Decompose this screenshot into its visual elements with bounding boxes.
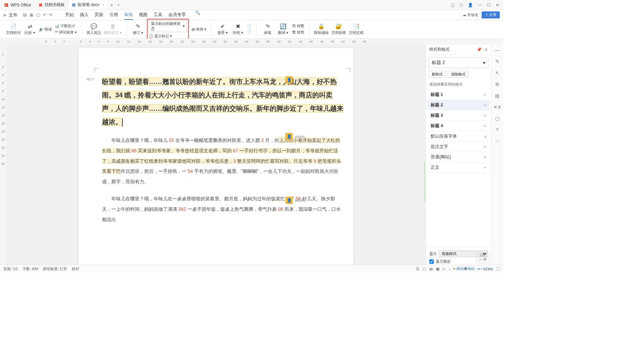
style-item-h1[interactable]: 标题 1↵ — [427, 90, 490, 100]
media-tool-icon[interactable]: ▢ — [495, 116, 499, 121]
track-changes-button[interactable]: ✎修订 ▾ — [131, 23, 144, 35]
undo-icon[interactable]: ↶ — [43, 13, 46, 17]
reject-button[interactable]: ✖拒绝 ▾ — [231, 23, 244, 35]
style-item-body[interactable]: 正文↵ — [427, 162, 490, 173]
comment-marker[interactable]: 👤 admin — [285, 76, 305, 84]
proofread-button[interactable]: 📄文档校对 — [6, 23, 21, 35]
avatar-icon[interactable]: 👤 — [468, 3, 473, 7]
comment-marker[interactable]: 👤 admin — [285, 197, 305, 204]
more-tool-icon[interactable]: ⋯ — [495, 139, 500, 144]
menu-start[interactable]: 开始 — [65, 10, 74, 20]
accept-button[interactable]: ✔接受 ▾ — [216, 23, 229, 35]
body-paragraph[interactable]: 年味儿在哪里？哦，年味儿在一桌桌香喷喷的菜肴里。腊月底，妈妈为过年的饭菜忙活了 … — [102, 194, 343, 225]
close-icon[interactable]: ✕ — [496, 3, 499, 7]
tab-templates[interactable]: 找稻壳模板 — [35, 0, 68, 10]
hamburger-icon[interactable]: ≡ — [3, 12, 6, 18]
status-proof[interactable]: 校对 — [72, 266, 79, 271]
menu-review[interactable]: 审阅 — [124, 10, 133, 20]
file-menu[interactable]: 文件 — [9, 12, 17, 18]
document-area[interactable]: H2 ⠿ 盼望着，盼望着……翘首以盼的新年近了。街市上车水马龙，人山人海，好不热… — [6, 45, 426, 269]
maximize-icon[interactable]: ☐ — [487, 3, 491, 7]
fullscreen-icon[interactable]: ⛶ — [496, 267, 500, 271]
view-mode-icon[interactable]: ▤ — [429, 267, 433, 271]
redo-icon[interactable]: ↷ — [49, 13, 52, 17]
minimize-icon[interactable]: — — [478, 3, 482, 7]
to-traditional-button[interactable]: 简 转繁 — [292, 23, 304, 29]
heading-paragraph[interactable]: 盼望着，盼望着……翘首以盼的新年近了。街市上车水马龙，人山人海，好不热闹。34 … — [102, 75, 343, 129]
delete-comment-button[interactable]: 🗑删除批注 ▾ — [104, 23, 122, 35]
menu-view[interactable]: 视图 — [139, 10, 148, 20]
view-mode-icon[interactable]: ☰ — [416, 267, 419, 271]
translate-button[interactable]: 🔄翻译 ▾ — [277, 23, 289, 35]
to-simplified-button[interactable]: 繁 转简 — [292, 30, 304, 35]
panel-prompt: 请选择要应用的格式 — [426, 81, 491, 88]
zoom-value[interactable]: 123% — [483, 267, 493, 271]
tab-overflow-icon[interactable]: ▾ — [118, 3, 119, 7]
layout-icon[interactable]: ▢ — [451, 3, 454, 7]
wordcount-button[interactable]: 📊 字数统计 — [55, 23, 77, 29]
zoom-slider[interactable] — [454, 268, 474, 269]
layers-tool-icon[interactable]: ▤ — [495, 93, 499, 98]
menu-member[interactable]: 会员专享 — [168, 10, 186, 20]
compare-button[interactable]: ⇄比较 ▾ — [23, 23, 36, 35]
page: H2 ⠿ 盼望着，盼望着……翘首以盼的新年近了。街市上车水马龙，人山人海，好不热… — [78, 48, 354, 265]
encrypt-button[interactable]: 🔐文档加密 — [331, 23, 346, 35]
vertical-ruler[interactable]: 22468101214161820222426 — [0, 45, 6, 269]
collapse-sidebar-icon[interactable]: — — [495, 47, 500, 53]
spellcheck-button[interactable]: ᴬᴮ 拼写检查 ▾ — [55, 30, 77, 35]
status-words[interactable]: 字数: 893 — [22, 266, 38, 271]
style-item-normal-web[interactable]: 普通(网站)↵ — [427, 152, 490, 162]
select-tool-icon[interactable]: ↖ — [495, 70, 499, 76]
pen-button[interactable]: ✎画笔 — [261, 23, 274, 35]
zoom-in-icon[interactable]: + — [478, 267, 480, 271]
clear-format-button[interactable]: 清除格式 — [448, 71, 469, 78]
insert-comment-button[interactable]: 💬插入批注 — [87, 23, 101, 35]
show-markup-button[interactable]: 📋 显示标记 ▾ — [149, 34, 187, 39]
prev-change-button[interactable]: 📄 — [247, 24, 252, 29]
read-button[interactable]: 🔊 朗读 — [39, 27, 52, 32]
style-item-h2[interactable]: 标题 2↵ — [427, 100, 490, 110]
preview-checkbox[interactable] — [429, 259, 434, 264]
style-item-h3[interactable]: 标题 3↵ — [427, 110, 490, 121]
status-page[interactable]: 页面: 1/2 — [3, 266, 18, 271]
zoom-out-icon[interactable]: − — [449, 267, 451, 271]
share-button[interactable]: ⇪ 分享 — [482, 11, 500, 18]
print-icon[interactable]: 🖶 — [30, 13, 34, 17]
style-item-comment-text[interactable]: 批注文字↵ — [427, 142, 490, 152]
settings-tool-icon[interactable]: ⚙ — [495, 82, 499, 87]
close-panel-icon[interactable]: ✕ — [484, 47, 488, 52]
status-spell[interactable]: 拼写检查: 打开 — [43, 266, 67, 271]
edit-tool-icon[interactable]: ✎ — [495, 59, 499, 64]
save-icon[interactable]: 🖫 — [23, 13, 27, 17]
restrict-edit-button[interactable]: 🔒限制编辑 — [314, 23, 329, 35]
review-pane-button[interactable]: ▤ 审阅 ▾ — [192, 27, 206, 32]
next-change-button[interactable]: 📄 — [247, 30, 252, 34]
view-mode-icon[interactable]: ▦ — [436, 267, 439, 271]
help-tool-icon[interactable]: ? — [496, 127, 499, 133]
menu-insert[interactable]: 插入 — [80, 10, 89, 20]
view-mode-icon[interactable]: ▢ — [423, 267, 426, 271]
tab-document[interactable]: W 盼望着.docx • — [68, 0, 108, 10]
toolbox-icon[interactable]: ✕✕ — [493, 104, 501, 110]
style-item-h4[interactable]: 标题 4↵ — [427, 121, 490, 131]
outline-level-handle[interactable]: H2 ⠿ — [87, 78, 95, 81]
style-item-default-font[interactable]: 默认段落字体a — [427, 131, 490, 142]
pin-icon[interactable]: 📌 — [477, 47, 482, 52]
search-icon[interactable]: 🔍 — [195, 10, 200, 20]
vertical-scrollbar[interactable] — [424, 162, 425, 202]
current-style-select[interactable]: 标题 2▾ — [429, 57, 488, 68]
body-paragraph[interactable]: 年味儿在哪里？哦，年味儿 55 在爷爷一幅幅笔墨飘香的对联里。进入腊 2 月，街… — [102, 135, 343, 187]
menu-tool[interactable]: 工具 — [154, 10, 162, 20]
view-mode-icon[interactable]: ▷ — [443, 267, 445, 271]
menu-page[interactable]: 页面 — [95, 10, 103, 20]
cube-icon[interactable]: ⬡ — [460, 3, 463, 7]
print-preview-icon[interactable]: 🖵 — [36, 13, 40, 17]
horizontal-ruler[interactable]: 6422468101214161820222426283032343638404… — [44, 39, 503, 45]
finalize-button[interactable]: 📑文档定稿 — [349, 23, 364, 35]
comment-marker[interactable]: 👤 admin — [285, 133, 305, 140]
new-style-button[interactable]: 新样式 — [429, 71, 446, 78]
menu-ref[interactable]: 引用 — [109, 10, 118, 20]
new-tab-button[interactable]: + — [108, 2, 116, 8]
revision-state-select[interactable]: 显示标记的最终状态▾ — [149, 20, 187, 32]
ime-indicator[interactable]: CH ン 简 — [476, 252, 490, 263]
